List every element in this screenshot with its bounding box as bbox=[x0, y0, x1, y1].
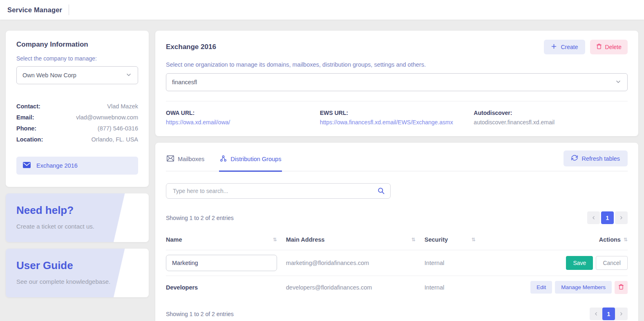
contact-row: Email: vlad@ownwebnow.com bbox=[16, 114, 138, 121]
need-help-subtitle: Create a ticket or contact us. bbox=[16, 223, 138, 230]
group-security: Internal bbox=[425, 260, 485, 266]
table-row-developers: Developers developers@floridafinances.co… bbox=[166, 276, 628, 299]
manage-members-button[interactable]: Manage Members bbox=[555, 281, 612, 294]
group-name: Developers bbox=[166, 284, 286, 291]
ews-url-link[interactable]: https://owa.financesfl.xd.email/EWS/Exch… bbox=[320, 119, 453, 126]
create-icon bbox=[551, 43, 557, 51]
organization-select-value: financesfl bbox=[172, 79, 197, 85]
table-row-marketing: marketing@floridafinances.com Internal S… bbox=[166, 250, 628, 276]
contact-label: Contact: bbox=[16, 103, 40, 110]
prev-page-button[interactable] bbox=[587, 211, 600, 224]
distribution-groups-icon bbox=[220, 155, 227, 163]
column-header-name[interactable]: Name ⇅ bbox=[166, 236, 286, 243]
tab-distribution-groups-label: Distribution Groups bbox=[230, 156, 281, 162]
ews-url-block: EWS URL: https://owa.financesfl.xd.email… bbox=[320, 110, 474, 126]
company-select-label: Select the company to manage: bbox=[16, 55, 138, 62]
tab-bar: Mailboxes Distribution Groups Refresh ta… bbox=[166, 150, 628, 171]
edit-button[interactable]: Edit bbox=[530, 281, 552, 294]
mailboxes-tab-icon bbox=[167, 155, 174, 163]
page-1-button[interactable]: 1 bbox=[602, 308, 615, 320]
owa-url-label: OWA URL: bbox=[166, 110, 320, 116]
contact-value: Vlad Mazek bbox=[107, 103, 138, 110]
search-box bbox=[166, 183, 391, 199]
contact-row: Location: Orlando, FL. USA bbox=[16, 136, 138, 143]
next-page-button[interactable] bbox=[615, 211, 628, 224]
exchange-2016-button[interactable]: Exchange 2016 bbox=[16, 157, 138, 175]
cancel-button[interactable]: Cancel bbox=[596, 256, 628, 270]
column-header-actions[interactable]: Actions ⇅ bbox=[485, 236, 628, 243]
organization-subtitle: Select one organization to manage its do… bbox=[166, 61, 628, 68]
phone-value: (877) 546-0316 bbox=[98, 125, 138, 132]
phone-label: Phone: bbox=[16, 125, 36, 132]
sort-icon: ⇅ bbox=[411, 237, 416, 242]
showing-entries-text: Showing 1 to 2 of 2 entries bbox=[166, 215, 234, 221]
user-guide-subtitle: See our complete knowledgebase. bbox=[16, 278, 138, 285]
owa-url-link[interactable]: https://owa.xd.email/owa/ bbox=[166, 119, 230, 126]
pagination-top: 1 bbox=[587, 211, 628, 224]
location-label: Location: bbox=[16, 136, 43, 143]
organization-panel-title: Exchange 2016 bbox=[166, 43, 216, 51]
sort-icon: ⇅ bbox=[472, 237, 476, 242]
refresh-tables-label: Refresh tables bbox=[582, 155, 620, 162]
user-guide-title: User Guide bbox=[16, 259, 138, 272]
sort-icon: ⇅ bbox=[273, 237, 277, 242]
group-address: marketing@floridafinances.com bbox=[286, 260, 425, 266]
search-input[interactable] bbox=[166, 183, 391, 199]
organization-select[interactable]: financesfl bbox=[166, 73, 628, 91]
delete-button[interactable]: Delete bbox=[590, 40, 628, 54]
next-page-button[interactable] bbox=[615, 308, 628, 320]
main-area: Exchange 2016 Create Delete bbox=[155, 31, 638, 321]
chevron-down-icon bbox=[615, 79, 622, 86]
distribution-groups-table: Name ⇅ Main Address ⇅ Security ⇅ Actions… bbox=[166, 231, 628, 299]
showing-entries-text: Showing 1 to 2 of 2 entries bbox=[166, 311, 234, 317]
autodiscover-value: autodiscover.financesfl.xd.email bbox=[474, 119, 555, 126]
ews-url-label: EWS URL: bbox=[320, 110, 474, 116]
company-information-card: Company Information Select the company t… bbox=[6, 31, 149, 187]
page-content: Company Information Select the company t… bbox=[0, 20, 644, 321]
organization-panel: Exchange 2016 Create Delete bbox=[155, 31, 638, 136]
owa-url-block: OWA URL: https://owa.xd.email/owa/ bbox=[166, 110, 320, 126]
table-info-bottom: Showing 1 to 2 of 2 entries 1 bbox=[166, 308, 628, 320]
column-header-security[interactable]: Security ⇅ bbox=[425, 236, 485, 243]
pagination-bottom: 1 bbox=[590, 308, 628, 320]
group-address: developers@floridafinances.com bbox=[286, 284, 425, 291]
save-button[interactable]: Save bbox=[566, 256, 593, 270]
autodiscover-label: Autodiscover: bbox=[474, 110, 628, 116]
title-divider bbox=[69, 4, 69, 15]
create-button-label: Create bbox=[561, 44, 578, 50]
autodiscover-block: Autodiscover: autodiscover.financesfl.xd… bbox=[474, 110, 628, 126]
company-select[interactable]: Own Web Now Corp bbox=[16, 66, 138, 84]
row-delete-icon bbox=[618, 284, 624, 291]
contact-details: Contact: Vlad Mazek Email: vlad@ownwebno… bbox=[16, 103, 138, 143]
column-header-main-address[interactable]: Main Address ⇅ bbox=[286, 236, 425, 243]
page-1-button[interactable]: 1 bbox=[601, 211, 614, 224]
group-name-input[interactable] bbox=[166, 255, 277, 271]
create-button[interactable]: Create bbox=[544, 40, 585, 54]
need-help-card[interactable]: Need help? Create a ticket or contact us… bbox=[6, 193, 149, 242]
sort-icon: ⇅ bbox=[624, 237, 628, 242]
table-info-top: Showing 1 to 2 of 2 entries 1 bbox=[166, 211, 628, 224]
company-select-value: Own Web Now Corp bbox=[22, 72, 76, 79]
service-urls: OWA URL: https://owa.xd.email/owa/ EWS U… bbox=[166, 101, 628, 126]
refresh-tables-button[interactable]: Refresh tables bbox=[564, 150, 628, 166]
company-info-title: Company Information bbox=[16, 40, 138, 49]
top-bar: Service Manager bbox=[0, 0, 644, 20]
user-guide-card[interactable]: User Guide See our complete knowledgebas… bbox=[6, 249, 149, 297]
exchange-mail-icon bbox=[23, 162, 31, 169]
email-value: vlad@ownwebnow.com bbox=[76, 114, 138, 121]
location-value: Orlando, FL. USA bbox=[92, 136, 138, 143]
search-icon[interactable] bbox=[377, 187, 385, 196]
email-label: Email: bbox=[16, 114, 34, 121]
app-title: Service Manager bbox=[7, 6, 62, 14]
table-header-row: Name ⇅ Main Address ⇅ Security ⇅ Actions… bbox=[166, 231, 628, 250]
need-help-title: Need help? bbox=[16, 204, 138, 217]
delete-icon bbox=[596, 43, 602, 51]
organization-actions: Create Delete bbox=[544, 40, 628, 54]
tab-mailboxes[interactable]: Mailboxes bbox=[166, 150, 205, 172]
sidebar: Company Information Select the company t… bbox=[6, 31, 149, 297]
prev-page-button[interactable] bbox=[590, 308, 602, 320]
row-delete-button[interactable] bbox=[615, 281, 628, 294]
delete-button-label: Delete bbox=[605, 44, 622, 50]
table-panel: Mailboxes Distribution Groups Refresh ta… bbox=[155, 143, 638, 321]
tab-distribution-groups[interactable]: Distribution Groups bbox=[219, 150, 282, 172]
